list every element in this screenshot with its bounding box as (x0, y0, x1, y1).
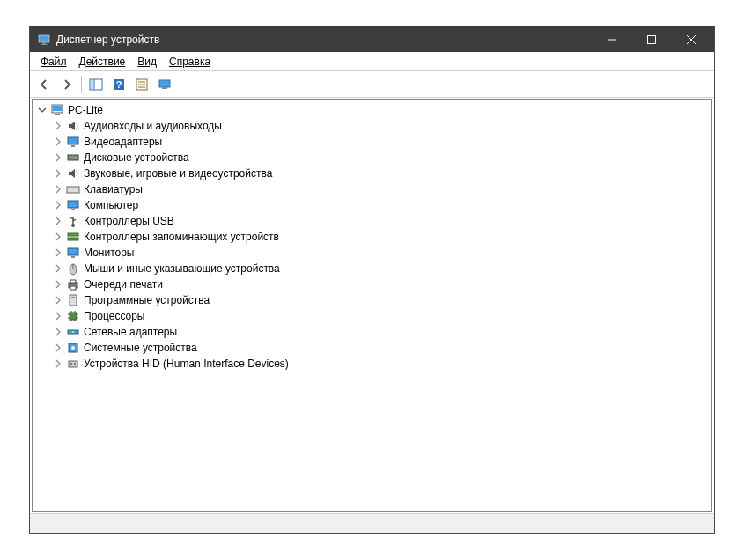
svg-rect-42 (71, 297, 75, 298)
svg-rect-33 (68, 238, 78, 240)
svg-rect-29 (71, 209, 75, 210)
svg-text:?: ? (116, 79, 122, 90)
tree-category[interactable]: Контроллеры USB (33, 213, 711, 229)
tree-category-label: Компьютер (84, 199, 138, 211)
svg-rect-34 (68, 248, 78, 255)
tree-category-label: Аудиовходы и аудиовыходы (84, 120, 222, 132)
app-icon (37, 33, 51, 47)
expand-right-icon[interactable] (52, 326, 64, 338)
show-hide-tree-button[interactable] (85, 74, 107, 95)
svg-point-24 (75, 157, 77, 158)
statusbar (30, 513, 714, 533)
svg-rect-22 (71, 145, 75, 147)
svg-rect-20 (55, 114, 60, 115)
expand-right-icon[interactable] (52, 120, 64, 132)
svg-rect-21 (68, 137, 78, 144)
tree-category[interactable]: Очереди печати (33, 276, 711, 292)
scan-hardware-button[interactable] (154, 74, 175, 95)
menu-help[interactable]: Справка (164, 54, 216, 70)
expand-right-icon[interactable] (52, 183, 64, 195)
audio-icon (66, 166, 80, 181)
svg-point-53 (70, 331, 71, 333)
tree-category-label: Устройства HID (Human Interface Devices) (84, 357, 289, 370)
tree-category[interactable]: Системные устройства (33, 340, 711, 356)
tree-category[interactable]: Сетевые адаптеры (33, 324, 711, 340)
expand-right-icon[interactable] (52, 262, 64, 275)
svg-rect-25 (67, 187, 79, 193)
svg-point-59 (74, 363, 76, 365)
expand-right-icon[interactable] (52, 231, 64, 243)
cpu-icon (66, 309, 80, 323)
tree-category[interactable]: Устройства HID (Human Interface Devices) (33, 356, 711, 372)
svg-rect-35 (71, 256, 75, 258)
menu-file[interactable]: Файл (35, 54, 72, 70)
menubar: Файл Действие Вид Справка (30, 52, 714, 71)
monitor-icon (66, 246, 80, 260)
tree-category[interactable]: Дисковые устройства (33, 150, 711, 166)
tree-category[interactable]: Программные устройства (33, 292, 711, 308)
tree-category-label: Процессоры (84, 310, 145, 322)
tree-category-label: Контроллеры запоминающих устройств (84, 231, 279, 243)
expand-right-icon[interactable] (52, 342, 64, 354)
expand-down-icon[interactable] (36, 104, 48, 116)
tree-category[interactable]: Мыши и иные указывающие устройства (33, 261, 711, 276)
menu-action[interactable]: Действие (74, 54, 131, 70)
expand-right-icon[interactable] (52, 294, 64, 306)
tree-category-label: Сетевые адаптеры (84, 326, 177, 338)
hid-icon (66, 357, 80, 371)
tree-category[interactable]: Клавиатуры (33, 181, 711, 197)
device-tree: PC-Lite Аудиовходы и аудиовыходыВидеоада… (33, 100, 711, 373)
tree-category[interactable]: Аудиовходы и аудиовыходы (33, 118, 711, 134)
svg-rect-43 (70, 313, 77, 320)
mouse-icon (66, 262, 80, 276)
window-title: Диспетчер устройств (56, 33, 592, 46)
back-button[interactable] (33, 74, 55, 95)
svg-rect-9 (91, 80, 93, 89)
expand-right-icon[interactable] (52, 357, 64, 370)
device-tree-container[interactable]: PC-Lite Аудиовходы и аудиовыходыВидеоада… (32, 99, 712, 512)
network-icon (66, 325, 80, 339)
maximize-button[interactable] (631, 26, 671, 52)
tree-category-label: Звуковые, игровые и видеоустройства (84, 167, 272, 180)
svg-rect-17 (162, 87, 167, 89)
minimize-button[interactable] (592, 26, 631, 52)
tree-category[interactable]: Видеоадаптеры (33, 134, 711, 150)
titlebar: Диспетчер устройств (30, 26, 714, 52)
tree-category-label: Мониторы (84, 247, 134, 259)
svg-rect-19 (53, 106, 62, 111)
audio-icon (66, 119, 80, 133)
forward-button[interactable] (56, 74, 77, 95)
expand-right-icon[interactable] (52, 167, 64, 180)
computer-cat-icon (66, 198, 80, 212)
help-button[interactable]: ? (108, 74, 129, 95)
close-button[interactable] (671, 26, 711, 52)
tree-category-label: Видеоадаптеры (84, 136, 162, 148)
tree-category[interactable]: Компьютер (33, 197, 711, 213)
tree-category[interactable]: Контроллеры запоминающих устройств (33, 229, 711, 245)
svg-rect-32 (68, 233, 78, 236)
expand-right-icon[interactable] (52, 151, 64, 164)
tree-category[interactable]: Звуковые, игровые и видеоустройства (33, 166, 711, 181)
tree-category-label: Мыши и иные указывающие устройства (84, 262, 280, 275)
expand-right-icon[interactable] (52, 136, 64, 148)
tree-category[interactable]: Процессоры (33, 308, 711, 324)
properties-button[interactable] (131, 74, 152, 95)
svg-rect-4 (647, 35, 655, 43)
svg-rect-16 (159, 80, 170, 87)
menu-view[interactable]: Вид (132, 54, 162, 70)
usb-icon (66, 214, 80, 228)
svg-point-56 (71, 346, 75, 350)
expand-right-icon[interactable] (52, 199, 64, 211)
software-icon (66, 293, 80, 307)
expand-right-icon[interactable] (52, 310, 64, 322)
tree-category-label: Дисковые устройства (84, 151, 189, 164)
tree-category[interactable]: Мониторы (33, 245, 711, 261)
svg-rect-28 (68, 201, 78, 208)
svg-point-54 (72, 331, 74, 333)
expand-right-icon[interactable] (52, 278, 64, 291)
expand-right-icon[interactable] (52, 247, 64, 259)
expand-right-icon[interactable] (52, 215, 64, 227)
computer-icon (50, 103, 64, 117)
tree-category-label: Системные устройства (84, 342, 197, 354)
tree-root[interactable]: PC-Lite (33, 102, 711, 118)
